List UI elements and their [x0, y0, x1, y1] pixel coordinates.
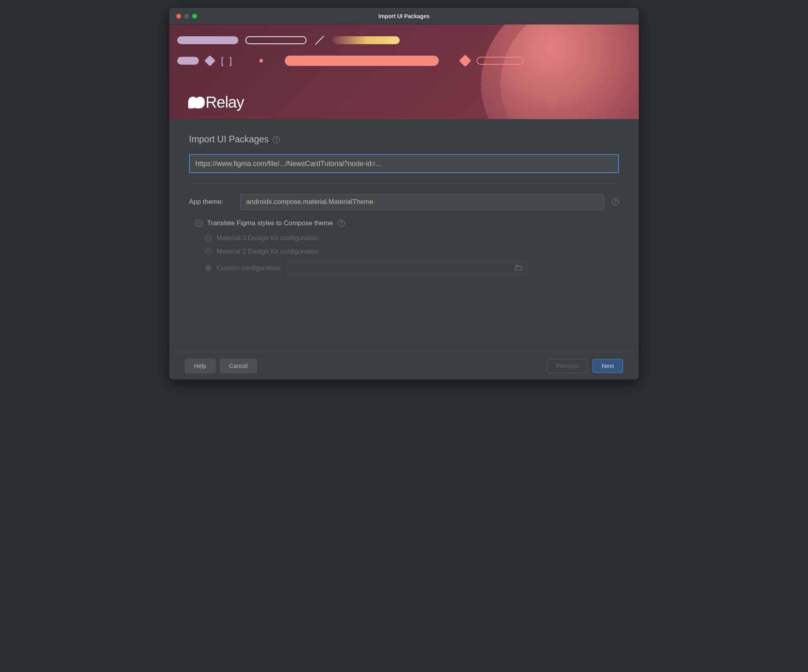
- app-theme-label: App theme:: [189, 198, 232, 206]
- window-title: Import UI Packages: [169, 13, 639, 19]
- custom-config-radio-label: Custom configuration:: [217, 264, 282, 272]
- relay-logo: Relay: [188, 93, 244, 111]
- maximize-window-button[interactable]: [192, 14, 197, 19]
- translate-checkbox-label: Translate Figma styles to Compose theme: [207, 219, 333, 227]
- folder-icon: [515, 265, 523, 271]
- relay-icon: [188, 97, 202, 108]
- close-window-button[interactable]: [176, 14, 181, 19]
- dialog-content: Import UI Packages ? App theme: ? Transl…: [169, 119, 639, 352]
- minimize-window-button: [184, 14, 189, 19]
- figma-url-input[interactable]: [189, 154, 619, 173]
- material2-radio-row: Material 2 Design Kit configuration: [205, 248, 619, 256]
- window-controls: [169, 14, 197, 19]
- translate-checkbox-row: Translate Figma styles to Compose theme …: [195, 219, 619, 227]
- app-theme-row: App theme: ?: [189, 194, 619, 210]
- app-theme-input[interactable]: [240, 194, 604, 210]
- help-icon[interactable]: ?: [612, 198, 619, 205]
- import-ui-packages-dialog: Import UI Packages [ ]: [169, 8, 639, 379]
- config-radio-group: Material 3 Design Kit configuration Mate…: [205, 234, 619, 275]
- help-icon[interactable]: ?: [273, 136, 280, 143]
- divider: [189, 183, 619, 184]
- next-button[interactable]: Next: [593, 359, 623, 373]
- custom-config-radio: [205, 265, 212, 272]
- dialog-footer: Help Cancel Previous Next: [169, 352, 639, 379]
- material3-radio-label: Material 3 Design Kit configuration: [217, 234, 319, 242]
- help-icon[interactable]: ?: [338, 220, 345, 227]
- translate-checkbox[interactable]: [195, 220, 202, 227]
- previous-button: Previous: [547, 359, 588, 373]
- material2-radio-label: Material 2 Design Kit configuration: [217, 248, 319, 256]
- custom-config-input: [286, 261, 526, 275]
- section-title: Import UI Packages: [189, 134, 269, 145]
- hero-banner: [ ] Relay: [169, 24, 639, 119]
- help-button[interactable]: Help: [185, 359, 215, 373]
- titlebar: Import UI Packages: [169, 8, 639, 24]
- material3-radio: [205, 235, 212, 242]
- custom-config-radio-row: Custom configuration:: [205, 261, 619, 275]
- section-header: Import UI Packages ?: [189, 134, 619, 145]
- relay-brand-text: Relay: [206, 93, 244, 111]
- material3-radio-row: Material 3 Design Kit configuration: [205, 234, 619, 242]
- material2-radio: [205, 248, 212, 255]
- cancel-button[interactable]: Cancel: [220, 359, 257, 373]
